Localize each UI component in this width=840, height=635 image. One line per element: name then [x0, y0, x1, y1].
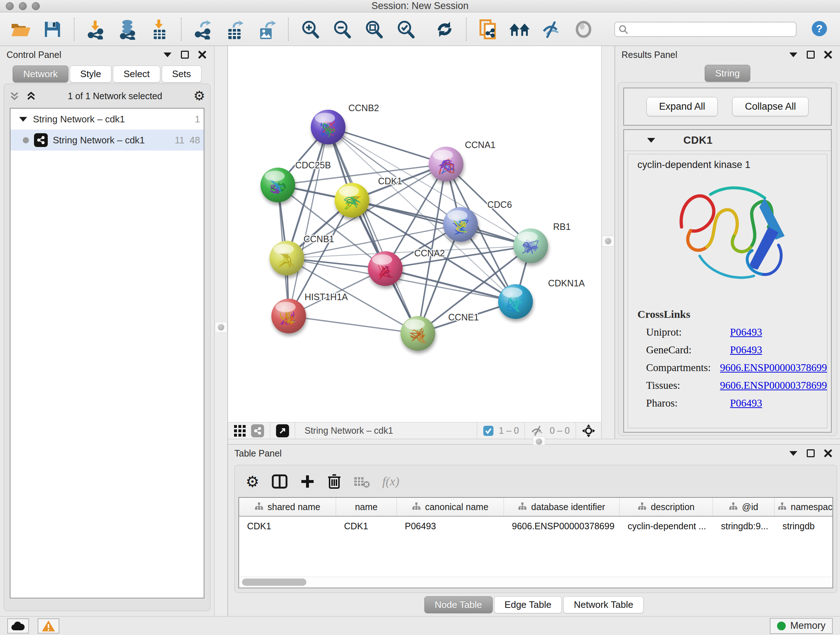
scrollbar-thumb[interactable]: [242, 578, 306, 586]
tab-edge-table[interactable]: Edge Table: [494, 596, 562, 613]
column-header-canonical-name[interactable]: canonical name: [397, 498, 504, 516]
zoom-out-button[interactable]: [328, 16, 356, 42]
export-table-button[interactable]: [221, 16, 249, 42]
selected-checkbox-icon[interactable]: [483, 425, 494, 436]
table-cell[interactable]: CDK1: [239, 521, 336, 532]
table-options-gear-icon[interactable]: ⚙: [246, 473, 259, 491]
network-node-ccne1[interactable]: CCNE1: [401, 312, 479, 351]
crosslink-link[interactable]: P06493: [730, 344, 762, 356]
network-node-cdc25b[interactable]: CDC25B: [261, 160, 331, 203]
clone-network-button[interactable]: [474, 16, 502, 42]
inspect-button[interactable]: [569, 16, 598, 42]
zoom-fit-button[interactable]: [360, 16, 388, 42]
table-row[interactable]: CDK1CDK1P064939606.ENSP00000378699cyclin…: [239, 516, 832, 535]
network-edge[interactable]: [328, 127, 418, 333]
cloud-status-button[interactable]: [7, 618, 29, 633]
refresh-layout-button[interactable]: [431, 16, 459, 42]
show-hide-button[interactable]: [538, 16, 566, 42]
tab-sets[interactable]: Sets: [162, 65, 202, 82]
gene-header-row[interactable]: CDK1: [624, 130, 831, 151]
crosslink-link[interactable]: P06493: [730, 397, 762, 409]
expand-all-button[interactable]: Expand All: [646, 97, 718, 116]
help-button[interactable]: ?: [811, 20, 828, 38]
hidden-eye-icon[interactable]: [531, 425, 545, 436]
collapse-all-icon[interactable]: [9, 90, 20, 101]
network-canvas[interactable]: CCNB2CCNA1CDC25BCDK1CDC6RB1CCNB1CCNA2CDK…: [228, 46, 601, 422]
import-network-database-button[interactable]: [114, 16, 142, 42]
collapse-all-button[interactable]: Collapse All: [732, 97, 808, 116]
export-network-button[interactable]: [189, 16, 217, 42]
network-node-cdkn1a[interactable]: CDKN1A: [498, 278, 585, 319]
network-collection-row[interactable]: String Network – cdk1 1: [11, 109, 204, 130]
network-node-rb1[interactable]: RB1: [513, 222, 571, 263]
float-panel-icon[interactable]: [181, 51, 189, 59]
tab-string[interactable]: String: [705, 65, 750, 82]
right-splitter[interactable]: [601, 46, 615, 439]
right-splitter-handle[interactable]: [602, 236, 614, 247]
show-columns-icon[interactable]: [272, 473, 287, 489]
gene-expander-icon[interactable]: [647, 138, 655, 143]
table-cell[interactable]: cyclin-dependent ...: [620, 521, 713, 532]
function-builder-icon[interactable]: f(x): [382, 475, 399, 488]
save-session-button[interactable]: [38, 16, 66, 42]
column-header-namespac[interactable]: namespac: [775, 498, 833, 516]
tab-select[interactable]: Select: [113, 65, 160, 82]
column-header-name[interactable]: name: [336, 498, 397, 516]
collection-expander-icon[interactable]: [19, 117, 27, 122]
grid-view-icon[interactable]: [234, 424, 246, 437]
close-panel-icon[interactable]: [824, 449, 832, 457]
network-node-cdk1[interactable]: CDK1: [335, 176, 402, 218]
column-header-description[interactable]: description: [620, 498, 713, 516]
export-image-button[interactable]: [253, 16, 281, 42]
add-column-icon[interactable]: [300, 474, 315, 489]
home-button[interactable]: [506, 16, 534, 42]
table-horizontal-scrollbar[interactable]: [240, 577, 832, 587]
open-session-button[interactable]: [6, 16, 35, 42]
network-options-gear-icon[interactable]: ⚙: [194, 88, 205, 103]
search-input[interactable]: [631, 24, 792, 35]
crosslink-link[interactable]: 9606.ENSP00000378699: [720, 379, 827, 391]
float-panel-icon[interactable]: [807, 449, 815, 457]
detach-view-icon[interactable]: [276, 424, 289, 437]
left-splitter-handle[interactable]: [215, 322, 227, 333]
tab-network-table[interactable]: Network Table: [563, 596, 644, 613]
network-edge[interactable]: [289, 316, 418, 333]
birdseye-icon[interactable]: [582, 424, 595, 438]
table-cell[interactable]: 9606.ENSP00000378699: [504, 521, 620, 532]
warnings-button[interactable]: [38, 618, 59, 633]
network-node-cdc6[interactable]: CDC6: [443, 200, 512, 242]
network-edge[interactable]: [328, 127, 446, 164]
tab-style[interactable]: Style: [70, 65, 112, 82]
import-table-button[interactable]: [145, 16, 174, 42]
table-cell[interactable]: P06493: [397, 521, 504, 532]
expand-all-icon[interactable]: [26, 90, 36, 101]
panel-menu-icon[interactable]: [789, 52, 797, 57]
column-header--id[interactable]: @id: [713, 498, 775, 516]
tab-network[interactable]: Network: [13, 65, 68, 82]
tab-node-table[interactable]: Node Table: [424, 596, 493, 613]
table-cell[interactable]: stringdb: [775, 521, 833, 532]
string-view-icon[interactable]: [251, 424, 264, 437]
network-edge[interactable]: [289, 127, 328, 316]
table-cell[interactable]: CDK1: [336, 521, 397, 532]
search-field[interactable]: [614, 22, 797, 37]
network-node-ccna1[interactable]: CCNA1: [429, 140, 496, 181]
delete-column-icon[interactable]: [327, 473, 341, 489]
network-row[interactable]: String Network – cdk1 11 48: [11, 130, 204, 150]
column-header-database-identifier[interactable]: database identifier: [504, 498, 620, 516]
delete-table-icon[interactable]: [354, 475, 370, 488]
network-node-hist1h1a[interactable]: HIST1H1A: [271, 292, 348, 333]
table-cell[interactable]: stringdb:9...: [713, 521, 775, 532]
left-splitter[interactable]: [214, 46, 228, 616]
column-header-shared-name[interactable]: shared name: [239, 498, 336, 516]
float-panel-icon[interactable]: [807, 51, 815, 59]
memory-button[interactable]: Memory: [770, 618, 833, 634]
panel-menu-icon[interactable]: [789, 451, 797, 456]
close-panel-icon[interactable]: [824, 51, 832, 59]
horizontal-splitter[interactable]: [228, 439, 840, 445]
crosslink-link[interactable]: 9606.ENSP00000378699: [720, 362, 827, 374]
zoom-selected-button[interactable]: [392, 16, 420, 42]
network-node-ccnb2[interactable]: CCNB2: [311, 103, 379, 144]
panel-menu-icon[interactable]: [164, 52, 172, 57]
close-panel-icon[interactable]: [198, 51, 206, 59]
